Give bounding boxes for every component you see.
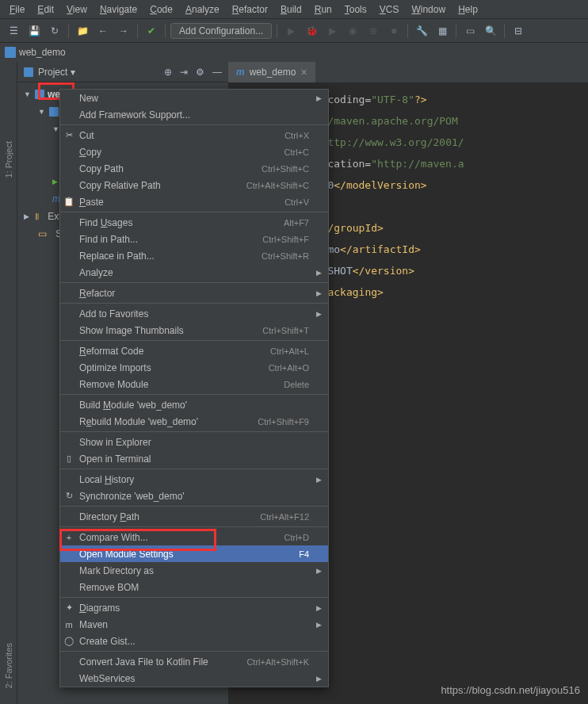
ctx-copy-relative-path[interactable]: Copy Relative PathCtrl+Alt+Shift+C [60, 177, 328, 193]
ctx-create-gist[interactable]: ◯Create Gist... [60, 633, 328, 649]
separator [60, 651, 328, 652]
shortcut: Ctrl+Shift+R [262, 251, 309, 261]
tab-bar: m web_demo × [228, 62, 588, 82]
ctx-refactor[interactable]: Refactor▶ [60, 285, 328, 301]
menu-code[interactable]: Code [143, 4, 179, 15]
ctx-icon: m [63, 620, 74, 629]
ctx-show-image-thumbnails[interactable]: Show Image ThumbnailsCtrl+Shift+T [60, 322, 328, 339]
open-icon[interactable]: ☰ [5, 22, 22, 40]
ctx-convert-java-file-to-kotlin-file[interactable]: Convert Java File to Kotlin FileCtrl+Alt… [60, 653, 328, 670]
gutter-project[interactable]: 1: Project [4, 141, 13, 178]
back-icon[interactable]: ← [94, 22, 112, 40]
target-icon[interactable]: ⊕ [164, 67, 172, 78]
hammer-icon[interactable]: ✔ [143, 22, 160, 40]
chevron-right-icon: ▶ [316, 310, 322, 318]
menu-run[interactable]: Run [308, 4, 338, 15]
ctx-copy[interactable]: CopyCtrl+C [60, 143, 328, 160]
folder-icon[interactable]: 📁 [74, 22, 91, 40]
window-icon[interactable]: ▭ [461, 22, 479, 40]
ctx-label: Convert Java File to Kotlin File [79, 656, 208, 668]
ctx-maven[interactable]: mMaven▶ [60, 616, 328, 633]
menu-edit[interactable]: Edit [31, 4, 60, 15]
profile-icon[interactable]: ◉ [344, 22, 361, 40]
close-icon[interactable]: × [300, 66, 307, 78]
tab-web-demo[interactable]: m web_demo × [228, 62, 315, 82]
menu-window[interactable]: Window [405, 4, 452, 15]
attach-icon[interactable]: ⊕ [365, 22, 382, 40]
menu-view[interactable]: View [60, 4, 94, 15]
shortcut: F4 [299, 549, 309, 559]
ctx-remove-bom[interactable]: Remove BOM [60, 579, 328, 595]
ctx-show-in-explorer[interactable]: Show in Explorer [60, 434, 328, 450]
ctx-replace-in-path[interactable]: Replace in Path...Ctrl+Shift+R [60, 247, 328, 264]
shortcut: Ctrl+Shift+F9 [258, 417, 309, 427]
stop-icon[interactable]: ■ [385, 22, 403, 40]
ctx-local-history[interactable]: Local History▶ [60, 471, 328, 488]
ctx-mark-directory-as[interactable]: Mark Directory as▶ [60, 562, 328, 579]
context-menu: New▶Add Framework Support...✂CutCtrl+XCo… [59, 89, 329, 687]
ctx-add-framework-support[interactable]: Add Framework Support... [60, 106, 328, 123]
menu-build[interactable]: Build [274, 4, 308, 15]
forward-icon[interactable]: → [115, 22, 132, 40]
structure-icon[interactable]: ▦ [433, 22, 451, 40]
ctx-label: Directory Path [79, 511, 139, 522]
chevron-right-icon: ▶ [316, 567, 322, 575]
menu-vcs[interactable]: VCS [373, 4, 406, 15]
refresh-icon[interactable]: ↻ [46, 22, 63, 40]
ctx-synchronize-web-demo[interactable]: ↻Synchronize 'web_demo' [60, 488, 328, 504]
ctx-label: Find Usages [79, 217, 132, 228]
ctx-open-in-terminal[interactable]: ▯Open in Terminal [60, 450, 328, 467]
maven-icon: m [236, 67, 245, 78]
ctx-new[interactable]: New▶ [60, 90, 328, 106]
menu-refactor[interactable]: Refactor [226, 4, 274, 15]
wrench-icon[interactable]: 🔧 [413, 22, 430, 40]
ctx-diagrams[interactable]: ✦Diagrams▶ [60, 599, 328, 616]
separator [456, 24, 456, 38]
chevron-right-icon: ▶ [316, 94, 322, 102]
ctx-label: Diagrams [79, 603, 120, 614]
ctx-rebuild-module-web-demo[interactable]: Rebuild Module 'web_demo'Ctrl+Shift+F9 [60, 413, 328, 430]
ctx-label: Mark Directory as [79, 565, 154, 576]
shortcut: Delete [284, 380, 309, 389]
ctx-find-usages[interactable]: Find UsagesAlt+F7 [60, 214, 328, 231]
search-icon[interactable]: 🔍 [482, 22, 499, 40]
ctx-find-in-path[interactable]: Find in Path...Ctrl+Shift+F [60, 231, 328, 247]
menu-tools[interactable]: Tools [338, 4, 373, 15]
ctx-label: Show Image Thumbnails [79, 325, 184, 336]
ctx-analyze[interactable]: Analyze▶ [60, 264, 328, 281]
debug-icon[interactable]: 🐞 [303, 22, 320, 40]
menu-help[interactable]: Help [452, 4, 484, 15]
gear-icon[interactable]: ⚙ [196, 67, 204, 78]
hide-icon[interactable]: — [212, 67, 222, 78]
menu-navigate[interactable]: Navigate [94, 4, 143, 15]
chevron-right-icon: ▶ [316, 621, 322, 629]
menu-analyze[interactable]: Analyze [179, 4, 226, 15]
ctx-cut[interactable]: ✂CutCtrl+X [60, 127, 328, 143]
ctx-add-to-favorites[interactable]: Add to Favorites▶ [60, 305, 328, 322]
ctx-directory-path[interactable]: Directory PathCtrl+Alt+F12 [60, 508, 328, 525]
coverage-icon[interactable]: ▶ [323, 22, 341, 40]
ctx-build-module-web-demo[interactable]: Build Module 'web_demo' [60, 396, 328, 413]
ctx-webservices[interactable]: WebServices▶ [60, 670, 328, 687]
run-icon[interactable]: ▶ [282, 22, 300, 40]
ctx-paste[interactable]: 📋PasteCtrl+V [60, 193, 328, 210]
ctx-optimize-imports[interactable]: Optimize ImportsCtrl+Alt+O [60, 359, 328, 376]
shortcut: Ctrl+Alt+F12 [260, 512, 309, 522]
sidebar-title[interactable]: Project ▾ [38, 67, 159, 78]
shortcut: Ctrl+Alt+Shift+K [246, 657, 309, 667]
misc-icon[interactable]: ⊟ [510, 22, 527, 40]
separator [60, 282, 328, 283]
ctx-reformat-code[interactable]: Reformat CodeCtrl+Alt+L [60, 342, 328, 359]
ctx-remove-module[interactable]: Remove ModuleDelete [60, 376, 328, 392]
ctx-icon: ↻ [63, 491, 74, 501]
tab-label: web_demo [250, 67, 296, 78]
save-icon[interactable]: 💾 [25, 22, 43, 40]
add-configuration-button[interactable]: Add Configuration... [170, 23, 272, 39]
breadcrumb-project[interactable]: web_demo [19, 47, 66, 58]
ctx-label: Local History [79, 474, 134, 485]
breadcrumb: web_demo [0, 43, 588, 62]
ctx-copy-path[interactable]: Copy PathCtrl+Shift+C [60, 160, 328, 177]
collapse-icon[interactable]: ⇥ [180, 67, 188, 78]
menu-file[interactable]: File [3, 4, 31, 15]
gutter-favorites[interactable]: 2: Favorites [4, 643, 13, 688]
